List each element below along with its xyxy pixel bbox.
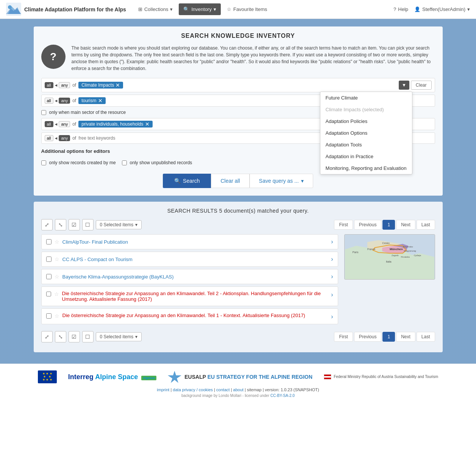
result-1-checkbox[interactable] [46, 239, 52, 244]
row4-any-btn[interactable]: any [59, 135, 70, 141]
result-5-checkbox[interactable] [46, 313, 52, 319]
row3-tag-remove[interactable]: ✕ [145, 121, 150, 127]
row2-of: of [72, 98, 76, 103]
row1-dropdown-btn[interactable]: ▼ [399, 81, 409, 90]
row2-tag-remove[interactable]: ✕ [98, 98, 103, 103]
main-sector-checkbox[interactable] [41, 110, 46, 115]
result-item-5[interactable]: ☆ Die österreichische Strategie zur Anpa… [41, 308, 338, 324]
result-item-3[interactable]: ☆ Bayerische Klima-Anpassungsstrategie (… [41, 269, 338, 284]
nav-collections[interactable]: ⊞ Collections ▾ [134, 3, 178, 15]
first-btn-bottom[interactable]: First [334, 332, 353, 342]
result-5-star[interactable]: ☆ [55, 313, 59, 319]
first-btn-top[interactable]: First [334, 220, 353, 230]
dropdown-item-adaptation-options[interactable]: Adaptation Options [320, 127, 412, 139]
collapse-icon[interactable]: ⤡ [55, 219, 66, 230]
svg-text:France: France [367, 248, 376, 250]
eusalp-icon [168, 370, 181, 384]
nav-items: ⊞ Collections ▾ 🔍 Inventory ▾ ☆ Favourit… [134, 3, 272, 15]
search-actions: 🔍 Search Clear all Save query as ... ▾ [41, 174, 435, 188]
unpublished-row: only show unpublished records [122, 160, 192, 165]
cc-license-link[interactable]: CC-BY-SA-2.0 [270, 394, 295, 398]
row1-any-btn[interactable]: any [59, 82, 70, 88]
main-sector-label: only when main sector of the resource [49, 110, 126, 115]
row2-arrow: ◄ [54, 98, 58, 103]
result-3-title[interactable]: Bayerische Klima-Anpassungsstrategie (Ba… [62, 274, 174, 280]
dropdown-item-climate-impacts[interactable]: Climate Impacts (selected) [320, 104, 412, 115]
alpgov-badge: AlpGov [141, 376, 156, 380]
hero: SEARCH KNOWLEDGE INVENTORY ? The basic s… [0, 19, 476, 364]
uncheck-all-icon-bottom[interactable]: ☐ [82, 331, 94, 342]
svg-text:Italia: Italia [386, 260, 392, 263]
category-dropdown: Future Climate Climate Impacts (selected… [320, 92, 412, 174]
brand: Climate Adaptation Platform for the Alps [6, 3, 126, 16]
current-page-bottom[interactable]: 1 [382, 332, 395, 342]
clear-all-button[interactable]: Clear all [211, 174, 249, 188]
result-4-star[interactable]: ☆ [54, 291, 59, 297]
results-header: SEARCH RESULTS 5 document(s) matched you… [41, 208, 435, 214]
link-imprint[interactable]: imprint [157, 387, 169, 392]
result-1-title[interactable]: ClimAlpTour- Final Publication [62, 239, 128, 245]
nav-favourites-label: Favourite Items [233, 6, 267, 12]
row1-of: of [72, 82, 76, 88]
link-about[interactable]: about [233, 387, 244, 392]
expand-icon[interactable]: ⤢ [41, 219, 53, 230]
row1-clear-btn[interactable]: Clear [411, 81, 432, 90]
check-all-icon[interactable]: ☑ [69, 219, 80, 230]
row1-actions: ▼ Clear [399, 81, 432, 90]
check-all-icon-bottom[interactable]: ☑ [69, 331, 80, 342]
result-1-star[interactable]: ☆ [55, 239, 59, 245]
next-btn-top[interactable]: Next [396, 220, 415, 230]
last-btn-bottom[interactable]: Last [417, 332, 435, 342]
link-data-privacy[interactable]: data privacy / cookies [173, 387, 213, 392]
result-4-checkbox[interactable] [46, 291, 51, 297]
expand-icon-bottom[interactable]: ⤢ [41, 331, 53, 342]
previous-btn-top[interactable]: Previous [354, 220, 382, 230]
current-page-top[interactable]: 1 [382, 220, 395, 230]
unpublished-label: only show unpublished records [130, 160, 192, 165]
eu-flag-logo: ★ ★ ★★ ★★ ★ ★ [38, 370, 57, 383]
row3-all-btn[interactable]: all [45, 121, 53, 127]
result-2-checkbox[interactable] [46, 257, 52, 262]
save-query-button[interactable]: Save query as ... ▾ [250, 174, 313, 188]
dropdown-item-monitoring[interactable]: Monitoring, Reporting and Evaluation [320, 162, 412, 174]
result-5-title[interactable]: Die österreichische Strategie zur Anpass… [62, 313, 305, 318]
result-item-2[interactable]: ☆ CC ALPS - Compact on Tourism › [41, 252, 338, 267]
row3-any-btn[interactable]: any [59, 121, 70, 127]
collapse-icon-bottom[interactable]: ⤡ [55, 331, 66, 342]
result-item-4[interactable]: ☆ Die österreichische Strategie zur Anpa… [41, 286, 338, 306]
dropdown-item-adaptation-policies[interactable]: Adaptation Policies [320, 115, 412, 127]
dropdown-item-adaptation-tools[interactable]: Adaptation Tools [320, 139, 412, 151]
result-item-1[interactable]: ☆ ClimAlpTour- Final Publication › [41, 234, 338, 249]
result-2-star[interactable]: ☆ [55, 256, 59, 262]
navbar: Climate Adaptation Platform for the Alps… [0, 0, 476, 19]
nav-user[interactable]: 👤 Steffen(UserAdmin) ▾ [414, 6, 470, 12]
last-btn-top[interactable]: Last [417, 220, 435, 230]
dropdown-item-adaptation-practice[interactable]: Adaptation in Practice [320, 151, 412, 162]
row4-all-btn[interactable]: all [45, 135, 53, 141]
row1-tag-remove[interactable]: ✕ [115, 82, 120, 88]
nav-favourites[interactable]: ☆ Favourite Items [222, 3, 272, 15]
result-3-checkbox[interactable] [46, 274, 52, 279]
result-4-title[interactable]: Die österreichische Strategie zur Anpass… [62, 291, 331, 302]
unpublished-checkbox[interactable] [122, 160, 127, 165]
previous-btn-bottom[interactable]: Previous [354, 332, 382, 342]
next-btn-bottom[interactable]: Next [396, 332, 415, 342]
link-contact[interactable]: contact [216, 387, 229, 392]
row3-of: of [72, 121, 76, 127]
row2-all-btn[interactable]: all [45, 98, 53, 104]
created-by-me-checkbox[interactable] [41, 160, 46, 165]
nav-help[interactable]: ? Help [393, 6, 408, 12]
search-button[interactable]: 🔍 Search [163, 174, 211, 188]
row1-all-btn[interactable]: all [45, 82, 53, 88]
result-2-title[interactable]: CC ALPS - Compact on Tourism [62, 257, 133, 262]
dropdown-item-future-climate[interactable]: Future Climate [320, 92, 412, 104]
selected-items-dropdown[interactable]: 0 Selected items ▾ [96, 220, 142, 229]
results-summary-text: 5 document(s) matched your query. [219, 208, 309, 214]
row2-any-btn[interactable]: any [59, 98, 70, 104]
interreg-logo: Interreg Alpine Space AlpGov [68, 373, 156, 381]
nav-inventory[interactable]: 🔍 Inventory ▾ [179, 3, 220, 15]
eusalp-logo: EUSALP EU STRATEGY FOR THE ALPINE REGION [168, 370, 312, 384]
result-3-star[interactable]: ☆ [55, 274, 59, 280]
uncheck-all-icon[interactable]: ☐ [82, 219, 94, 230]
selected-items-dropdown-bottom[interactable]: 0 Selected items ▾ [96, 332, 142, 341]
